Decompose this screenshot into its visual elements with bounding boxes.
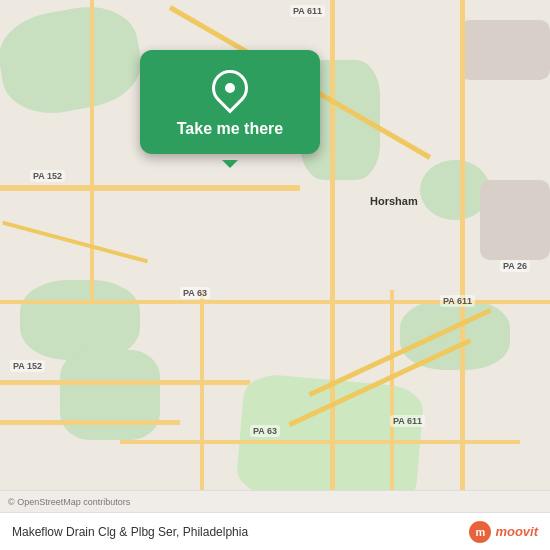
road [330,0,335,490]
road-label-pa63-2: PA 63 [250,425,280,437]
green-area [20,280,140,360]
road [0,185,300,191]
road [90,0,94,300]
attribution-bar: © OpenStreetMap contributors [0,490,550,512]
take-me-there-button[interactable]: Take me there [140,50,320,154]
business-label: Makeflow Drain Clg & Plbg Ser, Philadelp… [12,525,248,539]
moovit-text: moovit [495,524,538,539]
tooltip-label: Take me there [177,120,283,138]
road-label-pa611-2: PA 611 [440,295,475,307]
road-label-pa611-1: PA 611 [290,5,325,17]
road-label-pa26: PA 26 [500,260,530,272]
map-container: PA 152 PA 152 PA 63 PA 63 PA 611 PA 611 … [0,0,550,490]
road [200,290,204,490]
road [0,420,180,425]
moovit-logo: m moovit [469,521,538,543]
attribution-text: © OpenStreetMap contributors [8,497,130,507]
road-label-pa611-3: PA 611 [390,415,425,427]
map-pin-icon [205,63,256,114]
urban-area [460,20,550,80]
road [460,0,465,490]
road [390,290,394,490]
urban-area [480,180,550,260]
road-label-pa152-1: PA 152 [30,170,65,182]
road [0,380,250,385]
road-label-pa152-2: PA 152 [10,360,45,372]
moovit-icon: m [469,521,491,543]
bottom-bar: Makeflow Drain Clg & Plbg Ser, Philadelp… [0,512,550,550]
road [120,440,520,444]
place-label-horsham: Horsham [370,195,418,207]
green-area [60,350,160,440]
green-area [400,300,510,370]
road-label-pa63-1: PA 63 [180,287,210,299]
